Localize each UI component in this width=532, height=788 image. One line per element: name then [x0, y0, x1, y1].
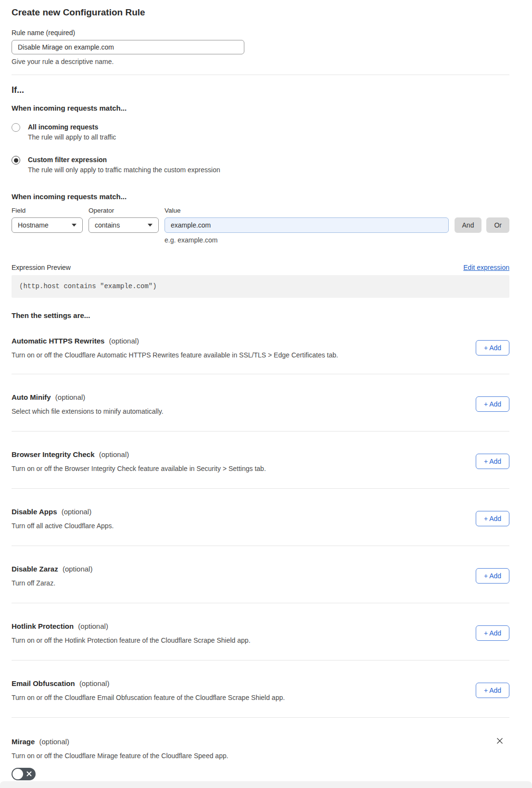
setting-title: Mirage	[12, 737, 35, 746]
match-heading: When incoming requests match...	[12, 104, 509, 113]
page-title: Create new Configuration Rule	[12, 7, 509, 18]
rule-name-help: Give your rule a descriptive name.	[12, 58, 509, 66]
add-button[interactable]: + Add	[476, 340, 509, 356]
and-button[interactable]: And	[455, 217, 482, 233]
setting-row: Browser Integrity Check (optional) Turn …	[12, 432, 509, 488]
toggle-off-x-icon	[26, 771, 32, 776]
optional-label: (optional)	[39, 737, 70, 746]
close-icon[interactable]	[496, 737, 504, 745]
setting-title: Auto Minify	[12, 393, 51, 401]
setting-description: Turn off Zaraz.	[12, 579, 92, 587]
setting-title: Automatic HTTPS Rewrites	[12, 337, 104, 345]
setting-row: Disable Zaraz (optional) Turn off Zaraz.…	[12, 546, 509, 603]
radio-button-all-requests[interactable]	[12, 123, 20, 132]
setting-title: Disable Apps	[12, 508, 57, 516]
add-button[interactable]: + Add	[476, 454, 509, 469]
section-divider	[12, 75, 509, 75]
add-button[interactable]: + Add	[476, 568, 509, 584]
field-select[interactable]: Hostname	[12, 217, 83, 233]
optional-label: (optional)	[109, 337, 139, 345]
filter-row: Field Hostname Operator contains Value e…	[12, 207, 509, 244]
field-select-value: Hostname	[18, 221, 49, 229]
then-heading: Then the settings are...	[12, 311, 509, 320]
operator-select-value: contains	[95, 221, 120, 229]
radio-option[interactable]: All incoming requests The rule will appl…	[12, 123, 509, 141]
optional-label: (optional)	[78, 622, 108, 630]
radio-label: All incoming requests	[28, 123, 116, 131]
operator-select[interactable]: contains	[89, 217, 159, 233]
add-button[interactable]: + Add	[476, 683, 509, 698]
setting-description: Turn on or off the Cloudflare Automatic …	[12, 351, 338, 359]
add-button[interactable]: + Add	[476, 511, 509, 526]
setting-title: Hotlink Protection	[12, 622, 74, 630]
setting-title: Email Obfuscation	[12, 679, 75, 687]
expression-preview-label: Expression Preview	[12, 264, 71, 271]
setting-description: Turn on or off the Browser Integrity Che…	[12, 465, 266, 473]
next-card-edge	[0, 781, 532, 788]
add-button[interactable]: + Add	[476, 625, 509, 641]
add-button[interactable]: + Add	[476, 396, 509, 412]
toggle-knob	[13, 769, 23, 779]
radio-description: The rule will apply to all traffic	[28, 133, 116, 141]
or-button[interactable]: Or	[486, 217, 509, 233]
value-label: Value	[165, 207, 449, 215]
chevron-down-icon	[72, 224, 76, 227]
mirage-toggle[interactable]	[12, 768, 36, 780]
mirage-setting-row: Mirage (optional) Turn on or off the Clo…	[12, 718, 509, 780]
setting-title: Browser Integrity Check	[12, 450, 95, 458]
chevron-down-icon	[148, 224, 152, 227]
if-heading: If...	[12, 85, 509, 95]
radio-description: The rule will only apply to traffic matc…	[28, 166, 220, 174]
setting-title: Disable Zaraz	[12, 565, 58, 573]
setting-row: Auto Minify (optional) Select which file…	[12, 374, 509, 431]
optional-label: (optional)	[55, 393, 86, 401]
radio-button-custom-filter[interactable]	[12, 156, 20, 165]
setting-row: Disable Apps (optional) Turn off all act…	[12, 489, 509, 546]
setting-description: Turn on or off the Cloudflare Email Obfu…	[12, 694, 285, 702]
radio-option[interactable]: Custom filter expression The rule will o…	[12, 156, 509, 174]
operator-label: Operator	[89, 207, 159, 215]
setting-row: Email Obfuscation (optional) Turn on or …	[12, 661, 509, 717]
value-input[interactable]	[165, 217, 449, 233]
edit-expression-link[interactable]: Edit expression	[463, 264, 509, 271]
optional-label: (optional)	[62, 508, 92, 516]
setting-description: Turn on or off the Hotlink Protection fe…	[12, 636, 251, 645]
setting-row: Hotlink Protection (optional) Turn on or…	[12, 603, 509, 660]
setting-description: Turn on or off the Cloudflare Mirage fea…	[12, 752, 509, 760]
setting-description: Turn off all active Cloudflare Apps.	[12, 522, 114, 530]
field-label: Field	[12, 207, 83, 215]
value-help-text: e.g. example.com	[165, 236, 449, 244]
setting-row: Automatic HTTPS Rewrites (optional) Turn…	[12, 320, 509, 374]
setting-description: Select which file extensions to minify a…	[12, 407, 164, 416]
optional-label: (optional)	[63, 565, 93, 573]
rule-name-label: Rule name (required)	[12, 29, 509, 37]
expression-preview-code: (http.host contains "example.com")	[12, 275, 509, 298]
rule-name-input[interactable]	[12, 40, 244, 54]
filter-heading: When incoming requests match...	[12, 192, 509, 201]
radio-label: Custom filter expression	[28, 156, 220, 164]
optional-label: (optional)	[99, 450, 129, 458]
optional-label: (optional)	[79, 679, 110, 687]
